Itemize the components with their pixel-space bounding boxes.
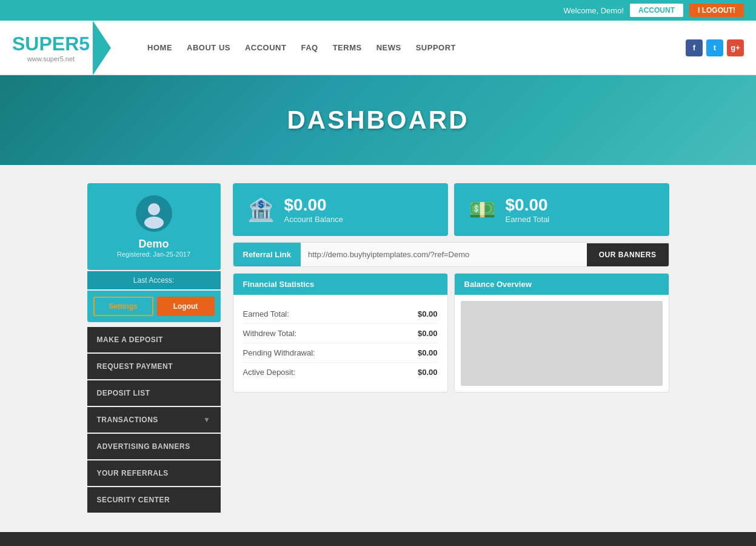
google-plus-icon[interactable]: g+ [727, 39, 744, 56]
navigation: SUPER5 www.super5.net HOME ABOUT US ACCO… [0, 21, 756, 75]
referral-url-input[interactable] [301, 243, 587, 266]
logout-button[interactable]: I LOGOUT! [689, 4, 744, 17]
active-deposit-row: Active Deposit: $0.00 [243, 363, 438, 382]
menu-referrals[interactable]: YOUR REFERRALS [87, 460, 221, 486]
user-card: Demo Registered: Jan-25-2017 [87, 183, 221, 270]
active-deposit-value: $0.00 [418, 368, 438, 377]
main-content: Demo Registered: Jan-25-2017 Last Access… [75, 183, 681, 514]
top-bar: Welcome, Demo! ACCOUNT I LOGOUT! [0, 0, 756, 21]
hero-section: DASHBOARD [0, 75, 756, 165]
svg-point-1 [144, 217, 164, 229]
nav-home[interactable]: HOME [147, 43, 172, 52]
nav-news[interactable]: NEWS [376, 43, 401, 52]
page-title: DASHBOARD [12, 106, 744, 135]
financial-body: Earned Total: $0.00 Withdrew Total: $0.0… [233, 295, 447, 391]
menu-make-deposit[interactable]: MAKE A DEPOSIT [87, 327, 221, 352]
withdrew-total-row: Withdrew Total: $0.00 [243, 324, 438, 343]
last-access: Last Access: [87, 271, 221, 289]
user-name: Demo [99, 238, 209, 251]
menu-request-payment[interactable]: REQUEST PAYMENT [87, 354, 221, 379]
logo-url: www.super5.net [12, 55, 90, 62]
logo[interactable]: SUPER5 www.super5.net [12, 21, 111, 75]
menu-transactions[interactable]: TRANSACTIONS ▼ [87, 407, 221, 433]
settings-button[interactable]: Settings [93, 297, 153, 316]
avatar [136, 195, 172, 232]
nav-about[interactable]: ABOUT US [187, 43, 230, 52]
user-actions: Settings Logout [87, 291, 221, 322]
facebook-icon[interactable]: f [686, 39, 703, 56]
referral-bar: Referral Link OUR BANNERS [233, 242, 669, 267]
svg-point-0 [148, 203, 160, 215]
sidebar-menu: MAKE A DEPOSIT REQUEST PAYMENT DEPOSIT L… [87, 327, 221, 513]
balance-chart [461, 301, 663, 386]
earned-total-label: Earned Total: [243, 309, 289, 318]
balance-label: Account Balance [284, 215, 344, 224]
our-banners-button[interactable]: OUR BANNERS [587, 243, 669, 266]
bank-icon: 🏦 [247, 197, 275, 223]
active-deposit-label: Active Deposit: [243, 368, 296, 377]
withdrew-total-label: Withdrew Total: [243, 329, 297, 338]
logo-text: SUPER5 [12, 33, 90, 55]
social-icons: f t g+ [686, 39, 744, 56]
balance-overview-header: Balance Overview [455, 274, 669, 295]
nav-links: HOME ABOUT US ACCOUNT FAQ TERMS NEWS SUP… [147, 43, 686, 52]
withdrew-total-value: $0.00 [418, 329, 438, 338]
menu-deposit-list[interactable]: DEPOSIT LIST [87, 380, 221, 406]
earned-amount: $0.00 [506, 195, 550, 215]
financial-stats-panel: Financial Statistics Earned Total: $0.00… [233, 273, 448, 393]
balance-amount: $0.00 [284, 195, 344, 215]
money-icon: 💵 [469, 197, 496, 223]
menu-security-center[interactable]: SECURITY CENTER [87, 487, 221, 513]
footer: SITE LINKS Home About Us Terms FAQ MONIT… [0, 532, 756, 546]
right-content: 🏦 $0.00 Account Balance 💵 $0.00 Earned T… [233, 183, 669, 514]
pending-withdrawal-value: $0.00 [418, 348, 438, 357]
pending-withdrawal-label: Pending Withdrawal: [243, 348, 315, 357]
account-button[interactable]: ACCOUNT [630, 4, 683, 17]
earned-total-card: 💵 $0.00 Earned Total [454, 183, 669, 236]
twitter-icon[interactable]: t [706, 39, 723, 56]
referral-label: Referral Link [233, 243, 301, 266]
nav-faq[interactable]: FAQ [301, 43, 318, 52]
earned-total-row: Earned Total: $0.00 [243, 305, 438, 324]
stats-row: 🏦 $0.00 Account Balance 💵 $0.00 Earned T… [233, 183, 669, 236]
welcome-text: Welcome, Demo! [564, 6, 624, 15]
sidebar: Demo Registered: Jan-25-2017 Last Access… [87, 183, 221, 514]
nav-account[interactable]: ACCOUNT [245, 43, 287, 52]
menu-advertising[interactable]: ADVERTISING BANNERS [87, 434, 221, 459]
account-balance-card: 🏦 $0.00 Account Balance [233, 183, 448, 236]
chevron-down-icon: ▼ [203, 416, 210, 424]
bottom-row: Financial Statistics Earned Total: $0.00… [233, 273, 669, 393]
nav-support[interactable]: SUPPORT [416, 43, 456, 52]
user-logout-button[interactable]: Logout [157, 297, 215, 316]
nav-terms[interactable]: TERMS [333, 43, 362, 52]
financial-header: Financial Statistics [233, 274, 447, 295]
earned-label: Earned Total [506, 215, 550, 224]
user-registered: Registered: Jan-25-2017 [99, 251, 209, 258]
earned-total-value: $0.00 [418, 309, 438, 318]
logo-chevron-icon [93, 21, 111, 75]
pending-withdrawal-row: Pending Withdrawal: $0.00 [243, 343, 438, 363]
balance-overview-panel: Balance Overview [454, 273, 669, 393]
